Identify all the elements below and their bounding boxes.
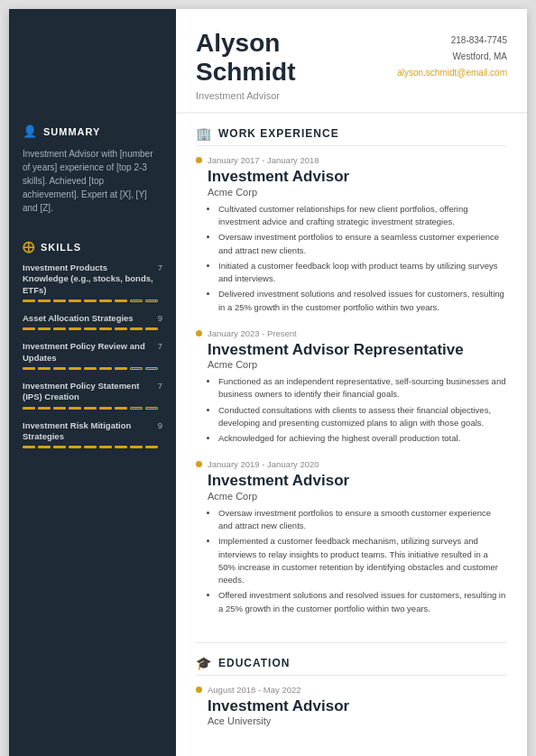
skill-dot (38, 367, 51, 370)
skill-dot (99, 407, 112, 410)
phone-number: 218-834-7745 (397, 32, 507, 49)
graduation-icon: 🎓 (196, 656, 212, 670)
skill-item: Investment Policy Statement (IPS) Creati… (23, 381, 162, 410)
skill-dot (69, 446, 81, 448)
entry-role: Investment Advisor (208, 168, 507, 186)
skill-dot (53, 367, 66, 370)
work-entry: August 2018 - May 2022Investment Advisor… (196, 685, 507, 726)
skill-name: Investment Products Knowledge (e.g., sto… (23, 263, 158, 296)
skill-item: Investment Products Knowledge (e.g., sto… (23, 263, 162, 302)
header-contact: 218-834-7745 Westford, MA alyson.schmidt… (397, 29, 507, 81)
bullet-item: Implemented a customer feedback mechanis… (218, 535, 507, 586)
skill-dot (53, 300, 66, 302)
work-entries: January 2017 - January 2018Investment Ad… (196, 155, 507, 614)
skill-dot (69, 407, 81, 410)
skill-name: Investment Policy Statement (IPS) Creati… (23, 381, 158, 403)
skills-icon: ⨁ (23, 240, 35, 254)
skill-dot (130, 407, 143, 410)
summary-text: Investment Advisor with [number of years… (23, 147, 162, 215)
bullet-item: Offered investment solutions and resolve… (218, 589, 507, 615)
skill-name: Asset Allocation Strategies (23, 313, 158, 324)
skill-dot (69, 327, 81, 330)
bullet-item: Acknowledged for achieving the highest o… (218, 432, 507, 445)
skills-list: Investment Products Knowledge (e.g., sto… (23, 263, 162, 459)
skill-level: 9 (158, 420, 162, 430)
skill-dot (84, 327, 97, 330)
skill-dot (23, 300, 35, 302)
location: Westford, MA (397, 49, 507, 65)
entry-role: Investment Advisor Representative (208, 341, 507, 359)
work-entry: January 2023 - PresentInvestment Advisor… (196, 328, 507, 446)
skill-name: Investment Risk Mitigation Strategies (23, 420, 158, 443)
briefcase-icon: 🏢 (196, 126, 212, 141)
skill-name: Investment Policy Review and Updates (23, 341, 158, 364)
entry-company: Acme Corp (208, 359, 507, 370)
email-address: alyson.schmidt@email.com (397, 65, 507, 81)
skill-dot (145, 446, 158, 448)
work-experience-heading: 🏢 Work Experience (196, 126, 507, 146)
skill-dot (99, 446, 112, 448)
skill-bar (23, 327, 162, 330)
skill-dot (23, 327, 35, 330)
bullet-item: Functioned as an independent representat… (218, 375, 507, 401)
skill-dot (53, 446, 66, 448)
skill-dot (38, 300, 51, 302)
skill-dot (99, 367, 112, 370)
skill-dot (84, 446, 97, 448)
resume-wrapper: 👤 Summary Investment Advisor with [numbe… (9, 9, 527, 756)
skill-dot (115, 327, 127, 330)
skill-level: 7 (158, 341, 162, 351)
candidate-title: Investment Advisor (196, 90, 295, 101)
skill-dot (53, 327, 66, 330)
entry-date: January 2017 - January 2018 (196, 155, 507, 165)
skill-dot (84, 367, 97, 370)
skill-dot (130, 446, 143, 448)
work-experience-section: 🏢 Work Experience January 2017 - January… (176, 114, 527, 634)
entry-role: Investment Advisor (208, 472, 507, 490)
skill-dot (145, 367, 158, 370)
skill-level: 9 (158, 313, 162, 323)
skill-dot (130, 367, 143, 370)
skill-bar (23, 367, 162, 370)
skill-dot (115, 446, 127, 448)
skill-bar (23, 407, 162, 410)
resume-header: Alyson Schmidt Investment Advisor 218-83… (176, 9, 527, 114)
bullet-item: Delivered investment solutions and resol… (218, 288, 507, 314)
skills-section-title: ⨁ Skills (23, 240, 162, 254)
skill-dot (130, 327, 143, 330)
entry-bullets: Cultivated customer relationships for ne… (208, 203, 507, 314)
bullet-item: Cultivated customer relationships for ne… (218, 203, 507, 229)
skill-dot (145, 300, 158, 302)
skill-dot (23, 446, 35, 448)
skill-dot (23, 407, 35, 410)
skill-dot (115, 407, 127, 410)
skill-level: 7 (158, 381, 162, 391)
skill-dot (53, 407, 66, 410)
skill-dot (99, 300, 112, 302)
entry-date: August 2018 - May 2022 (196, 685, 507, 695)
education-heading: 🎓 Education (196, 656, 507, 676)
skill-bar (23, 446, 162, 448)
skill-dot (145, 407, 158, 410)
skill-dot (69, 300, 81, 302)
entry-date: January 2023 - Present (196, 328, 507, 338)
skill-dot (84, 300, 97, 302)
education-entries: August 2018 - May 2022Investment Advisor… (196, 685, 507, 726)
header-left: Alyson Schmidt Investment Advisor (196, 29, 295, 101)
skill-dot (38, 446, 51, 448)
skill-bar (23, 300, 162, 302)
education-section: 🎓 Education August 2018 - May 2022Invest… (176, 643, 527, 746)
skill-dot (38, 407, 51, 410)
skill-dot (84, 407, 97, 410)
entry-company: Ace University (208, 715, 507, 726)
sidebar: 👤 Summary Investment Advisor with [numbe… (9, 9, 176, 756)
skill-item: Investment Policy Review and Updates7 (23, 341, 162, 370)
skill-dot (23, 367, 35, 370)
skill-level: 7 (158, 263, 162, 272)
skill-dot (115, 300, 127, 302)
bullet-item: Oversaw investment portfolios to ensure … (218, 507, 507, 533)
main-content: Alyson Schmidt Investment Advisor 218-83… (176, 9, 527, 756)
person-icon: 👤 (23, 124, 38, 138)
bullet-item: Initiated a customer feedback loop with … (218, 260, 507, 286)
bullet-item: Conducted consultations with clients to … (218, 404, 507, 430)
